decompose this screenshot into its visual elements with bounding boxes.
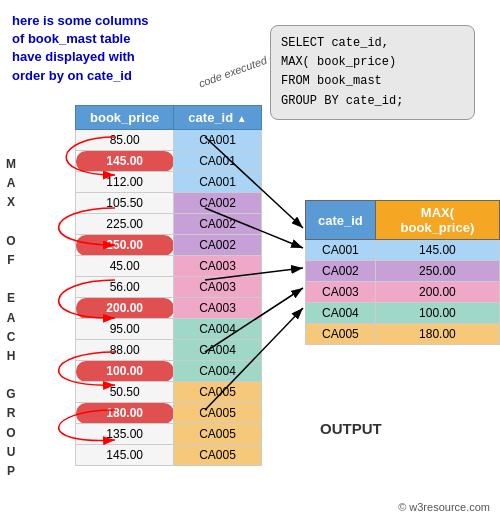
cate-cell: CA005 — [174, 424, 261, 445]
out-max-cell: 200.00 — [375, 282, 499, 303]
price-cell: 95.00 — [76, 319, 174, 340]
table-row: 145.00CA005 — [76, 445, 262, 466]
cate-cell: CA001 — [174, 151, 261, 172]
annotation-text: here is some columns of book_mast table … — [12, 12, 149, 85]
out-max-cell: 180.00 — [375, 324, 499, 345]
out-cate-cell: CA002 — [306, 261, 376, 282]
sql-line2: MAX( book_price) — [281, 55, 396, 69]
price-cell: 100.00 — [76, 361, 174, 382]
col-cate-id: cate_id ▲ — [174, 106, 261, 130]
table-row: 56.00CA003 — [76, 277, 262, 298]
cate-cell: CA004 — [174, 361, 261, 382]
table-row: 45.00CA003 — [76, 256, 262, 277]
cate-cell: CA002 — [174, 214, 261, 235]
price-cell: 88.00 — [76, 340, 174, 361]
table-row: 85.00CA001 — [76, 130, 262, 151]
annotation-line2: of book_mast table — [12, 31, 130, 46]
table-row: 145.00CA001 — [76, 151, 262, 172]
cate-cell: CA003 — [174, 298, 261, 319]
table-row: 250.00CA002 — [76, 235, 262, 256]
price-cell: 225.00 — [76, 214, 174, 235]
output-row: CA004100.00 — [306, 303, 500, 324]
table-row: 200.00CA003 — [76, 298, 262, 319]
out-col-max: MAX( book_price) — [375, 201, 499, 240]
out-cate-cell: CA003 — [306, 282, 376, 303]
price-cell: 45.00 — [76, 256, 174, 277]
sql-line1: SELECT cate_id, — [281, 36, 389, 50]
sql-line3: FROM book_mast — [281, 74, 382, 88]
price-cell: 135.00 — [76, 424, 174, 445]
price-cell: 145.00 — [76, 445, 174, 466]
price-cell: 112.00 — [76, 172, 174, 193]
output-row: CA003200.00 — [306, 282, 500, 303]
price-cell: 105.50 — [76, 193, 174, 214]
price-cell: 180.00 — [76, 403, 174, 424]
annotation-line3: have displayed with — [12, 49, 135, 64]
output-row: CA005180.00 — [306, 324, 500, 345]
out-max-cell: 250.00 — [375, 261, 499, 282]
cate-cell: CA002 — [174, 193, 261, 214]
main-table-container: book_price cate_id ▲ 85.00CA001145.00CA0… — [75, 105, 262, 466]
main-table: book_price cate_id ▲ 85.00CA001145.00CA0… — [75, 105, 262, 466]
out-cate-cell: CA005 — [306, 324, 376, 345]
price-cell: 56.00 — [76, 277, 174, 298]
side-label: MAX OF EACH GROUP — [6, 155, 17, 481]
out-max-cell: 145.00 — [375, 240, 499, 261]
cate-cell: CA003 — [174, 277, 261, 298]
output-row: CA001145.00 — [306, 240, 500, 261]
table-row: 135.00CA005 — [76, 424, 262, 445]
price-cell: 250.00 — [76, 235, 174, 256]
table-row: 225.00CA002 — [76, 214, 262, 235]
cate-cell: CA004 — [174, 340, 261, 361]
output-table-container: cate_id MAX( book_price) CA001145.00CA00… — [305, 200, 500, 345]
cate-cell: CA002 — [174, 235, 261, 256]
cate-cell: CA001 — [174, 130, 261, 151]
table-row: 100.00CA004 — [76, 361, 262, 382]
price-cell: 85.00 — [76, 130, 174, 151]
sql-line4: GROUP BY cate_id; — [281, 94, 403, 108]
out-col-cate: cate_id — [306, 201, 376, 240]
cate-cell: CA003 — [174, 256, 261, 277]
price-cell: 50.50 — [76, 382, 174, 403]
cate-cell: CA005 — [174, 445, 261, 466]
table-row: 112.00CA001 — [76, 172, 262, 193]
copyright: © w3resource.com — [398, 501, 490, 513]
col-book-price: book_price — [76, 106, 174, 130]
cate-cell: CA001 — [174, 172, 261, 193]
cate-cell: CA004 — [174, 319, 261, 340]
annotation-line1: here is some columns — [12, 13, 149, 28]
out-cate-cell: CA004 — [306, 303, 376, 324]
output-label: OUTPUT — [320, 420, 382, 437]
annotation-line4: order by on cate_id — [12, 68, 132, 83]
table-row: 50.50CA005 — [76, 382, 262, 403]
table-row: 180.00CA005 — [76, 403, 262, 424]
table-row: 105.50CA002 — [76, 193, 262, 214]
price-cell: 200.00 — [76, 298, 174, 319]
out-cate-cell: CA001 — [306, 240, 376, 261]
price-cell: 145.00 — [76, 151, 174, 172]
cate-cell: CA005 — [174, 382, 261, 403]
out-max-cell: 100.00 — [375, 303, 499, 324]
output-row: CA002250.00 — [306, 261, 500, 282]
output-table: cate_id MAX( book_price) CA001145.00CA00… — [305, 200, 500, 345]
cate-cell: CA005 — [174, 403, 261, 424]
table-row: 88.00CA004 — [76, 340, 262, 361]
table-row: 95.00CA004 — [76, 319, 262, 340]
sql-box: SELECT cate_id, MAX( book_price) FROM bo… — [270, 25, 475, 120]
